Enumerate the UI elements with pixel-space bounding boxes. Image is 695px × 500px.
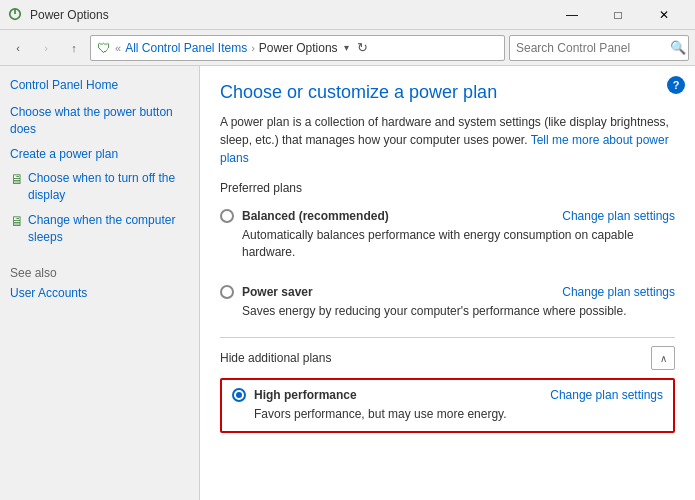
balanced-plan-desc: Automatically balances performance with … — [242, 227, 675, 261]
hide-additional-plans-chevron[interactable]: ∧ — [651, 346, 675, 370]
close-button[interactable]: ✕ — [641, 0, 687, 30]
power-saver-plan-name: Power saver — [242, 285, 313, 299]
sidebar-home-link[interactable]: Control Panel Home — [10, 78, 189, 92]
balanced-plan-header: Balanced (recommended) Change plan setti… — [220, 209, 675, 223]
search-input[interactable] — [516, 41, 666, 55]
power-saver-change-plan-link[interactable]: Change plan settings — [562, 285, 675, 299]
high-performance-plan-name: High performance — [254, 388, 357, 402]
balanced-plan-name: Balanced (recommended) — [242, 209, 389, 223]
preferred-plans-header: Preferred plans — [220, 181, 675, 195]
window-title: Power Options — [30, 8, 549, 22]
power-saver-plan-desc: Saves energy by reducing your computer's… — [242, 303, 675, 320]
sidebar-item-change-sleep[interactable]: Change when the computer sleeps — [28, 212, 189, 246]
sidebar-item-choose-display-container: 🖥 Choose when to turn off the display — [10, 170, 189, 204]
power-saver-plan-label-row: Power saver — [220, 285, 313, 299]
address-path: 🛡 « All Control Panel Items › Power Opti… — [90, 35, 505, 61]
high-performance-plan-header: High performance Change plan settings — [232, 388, 663, 402]
refresh-button[interactable]: ↻ — [357, 40, 368, 55]
high-performance-plan-label-row: High performance — [232, 388, 357, 402]
forward-button: › — [34, 36, 58, 60]
power-saver-radio[interactable] — [220, 285, 234, 299]
window-controls: — □ ✕ — [549, 0, 687, 30]
hide-additional-plans-label: Hide additional plans — [220, 351, 331, 365]
sidebar-item-choose-display[interactable]: Choose when to turn off the display — [28, 170, 189, 204]
main-panel: ? Choose or customize a power plan A pow… — [200, 66, 695, 500]
breadcrumb-all-control-panel[interactable]: All Control Panel Items — [125, 41, 247, 55]
balanced-radio[interactable] — [220, 209, 234, 223]
high-performance-plan-item: High performance Change plan settings Fa… — [220, 378, 675, 433]
balanced-plan-label-row: Balanced (recommended) — [220, 209, 389, 223]
sidebar: Control Panel Home Choose what the power… — [0, 66, 200, 500]
help-icon-btn[interactable]: ? — [667, 76, 685, 94]
sidebar-item-change-sleep-container: 🖥 Change when the computer sleeps — [10, 212, 189, 246]
see-also-section: See also User Accounts — [10, 266, 189, 300]
app-icon — [8, 7, 24, 23]
main-description: A power plan is a collection of hardware… — [220, 113, 675, 167]
see-also-label: See also — [10, 266, 189, 280]
search-box: 🔍 — [509, 35, 689, 61]
address-dropdown-btn[interactable]: ▾ — [344, 42, 349, 53]
search-icon[interactable]: 🔍 — [670, 40, 686, 55]
high-performance-plan-desc: Favors performance, but may use more ene… — [254, 406, 663, 423]
up-button[interactable]: ↑ — [62, 36, 86, 60]
minimize-button[interactable]: — — [549, 0, 595, 30]
back-button[interactable]: ‹ — [6, 36, 30, 60]
title-bar: Power Options — □ ✕ — [0, 0, 695, 30]
path-icon: 🛡 — [97, 40, 111, 56]
user-accounts-link[interactable]: User Accounts — [10, 286, 189, 300]
divider — [220, 337, 675, 338]
sidebar-item-create-plan[interactable]: Create a power plan — [10, 146, 189, 163]
high-performance-change-plan-link[interactable]: Change plan settings — [550, 388, 663, 402]
balanced-change-plan-link[interactable]: Change plan settings — [562, 209, 675, 223]
main-container: Control Panel Home Choose what the power… — [0, 66, 695, 500]
hide-additional-plans-row: Hide additional plans ∧ — [220, 346, 675, 370]
breadcrumb-power-options: Power Options — [259, 41, 338, 55]
monitor-icon: 🖥 — [10, 171, 24, 187]
breadcrumb-separator-1: « — [115, 42, 121, 54]
address-bar: ‹ › ↑ 🛡 « All Control Panel Items › Powe… — [0, 30, 695, 66]
maximize-button[interactable]: □ — [595, 0, 641, 30]
high-performance-radio[interactable] — [232, 388, 246, 402]
sidebar-item-choose-power-button[interactable]: Choose what the power button does — [10, 104, 189, 138]
breadcrumb-sep: › — [251, 42, 255, 54]
main-title: Choose or customize a power plan — [220, 82, 675, 103]
power-saver-plan-item: Power saver Change plan settings Saves e… — [220, 279, 675, 326]
sleep-icon: 🖥 — [10, 213, 24, 229]
power-saver-plan-header: Power saver Change plan settings — [220, 285, 675, 299]
balanced-plan-item: Balanced (recommended) Change plan setti… — [220, 203, 675, 267]
